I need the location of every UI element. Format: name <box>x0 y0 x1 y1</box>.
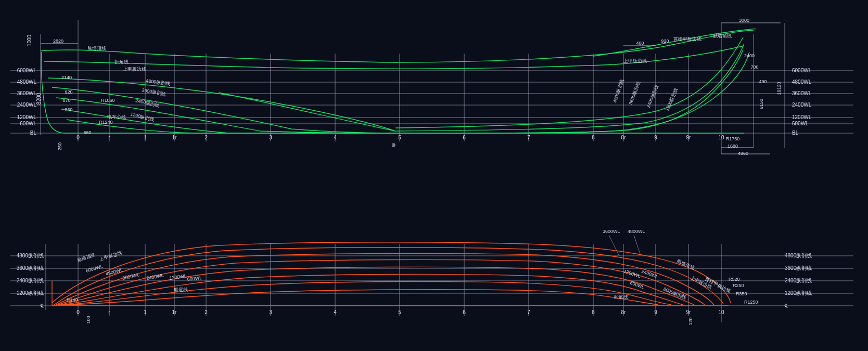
svg-text:1: 1 <box>144 309 147 315</box>
svg-text:r: r <box>108 309 110 315</box>
svg-text:250: 250 <box>57 142 62 150</box>
svg-text:9: 9 <box>654 135 657 140</box>
upper-aft-dims: 2820 2140 920 870 860 560 250 R1060 R124… <box>41 38 115 150</box>
svg-text:860: 860 <box>65 107 72 112</box>
svg-text:2: 2 <box>205 135 208 140</box>
svg-text:上甲板边线: 上甲板边线 <box>123 67 146 72</box>
svg-text:1200纵剖线: 1200纵剖线 <box>665 87 679 112</box>
svg-text:560: 560 <box>83 130 91 135</box>
svg-text:3: 3 <box>269 135 272 140</box>
svg-text:折角线: 折角线 <box>114 59 129 64</box>
svg-text:R1240: R1240 <box>99 120 113 125</box>
svg-text:3000: 3000 <box>739 18 749 23</box>
svg-text:2400纵剖线: 2400纵剖线 <box>646 84 660 108</box>
svg-text:4800纵剖线: 4800纵剖线 <box>17 253 44 258</box>
svg-text:舷墙顶线: 舷墙顶线 <box>76 252 96 263</box>
svg-text:3600WL: 3600WL <box>603 229 620 234</box>
svg-text:7: 7 <box>527 135 530 140</box>
svg-text:℄: ℄ <box>40 303 44 308</box>
svg-text:⊗: ⊗ <box>391 142 395 148</box>
svg-text:首楼甲板边线: 首楼甲板边线 <box>673 36 701 42</box>
svg-text:8r: 8r <box>621 309 627 315</box>
svg-text:R1060: R1060 <box>101 98 115 103</box>
svg-text:9r: 9r <box>686 309 692 315</box>
svg-text:舷墙顶线: 舷墙顶线 <box>713 33 732 38</box>
svg-text:8: 8 <box>592 309 595 315</box>
svg-text:6: 6 <box>463 135 466 140</box>
svg-text:6000WL: 6000WL <box>85 264 104 274</box>
svg-text:5: 5 <box>398 135 401 140</box>
svg-text:120: 120 <box>688 317 693 325</box>
svg-text:6000WL: 6000WL <box>17 68 37 73</box>
svg-text:5: 5 <box>398 309 401 315</box>
svg-line-166 <box>634 235 640 254</box>
upper-left-labels: 6000WL 4800WL 3600WL 2400WL 1200WL 600WL… <box>17 34 42 136</box>
svg-text:4860: 4860 <box>738 151 748 156</box>
svg-text:电车心线: 电车心线 <box>107 114 126 120</box>
svg-text:R140: R140 <box>67 297 78 303</box>
cad-drawing: 6000WL 4800WL 3600WL 2400WL 1200WL 600WL… <box>0 0 868 351</box>
svg-text:3600纵剖线: 3600纵剖线 <box>785 265 812 271</box>
svg-text:R520: R520 <box>729 277 740 282</box>
svg-text:2400WL: 2400WL <box>146 272 164 281</box>
svg-text:r: r <box>108 135 110 140</box>
svg-text:2400纵剖线: 2400纵剖线 <box>785 278 812 283</box>
svg-text:1200WL: 1200WL <box>169 273 187 281</box>
svg-text:10120: 10120 <box>776 82 782 95</box>
svg-text:4800WL: 4800WL <box>105 267 123 277</box>
lower-station-grid <box>46 244 721 322</box>
svg-line-165 <box>609 235 619 256</box>
svg-text:2820: 2820 <box>53 38 63 44</box>
svg-text:0: 0 <box>76 135 80 140</box>
svg-text:8r: 8r <box>621 135 627 140</box>
upper-line-labels: 舷墙顶线 折角线 上甲板边线 4800纵剖线 3600纵剖线 2400纵剖线 1… <box>87 33 732 122</box>
svg-text:1200WL: 1200WL <box>792 114 812 120</box>
svg-text:1: 1 <box>144 135 147 140</box>
svg-text:R1250: R1250 <box>744 300 758 305</box>
lower-left-labels: 4800纵剖线 3600纵剖线 2400纵剖线 1200纵剖线 ℄ <box>17 253 44 308</box>
svg-text:℄: ℄ <box>784 303 788 308</box>
svg-text:2400纵剖线: 2400纵剖线 <box>135 98 160 108</box>
svg-text:9r: 9r <box>686 135 692 140</box>
svg-text:600WL: 600WL <box>792 121 809 126</box>
svg-text:3600WL: 3600WL <box>792 90 812 96</box>
svg-text:10: 10 <box>718 135 724 140</box>
svg-text:4800纵剖线: 4800纵剖线 <box>785 253 812 258</box>
svg-text:4: 4 <box>334 135 337 140</box>
svg-text:2400: 2400 <box>744 53 755 58</box>
svg-text:3600WL: 3600WL <box>122 272 140 281</box>
lower-view: 4800纵剖线 3600纵剖线 2400纵剖线 1200纵剖线 ℄ 4800纵剖… <box>10 229 853 326</box>
svg-text:4: 4 <box>334 309 337 315</box>
svg-text:2400WL: 2400WL <box>17 102 37 108</box>
svg-text:6: 6 <box>463 309 466 315</box>
svg-text:0: 0 <box>76 309 80 315</box>
svg-text:920: 920 <box>661 38 669 44</box>
svg-text:1200纵剖线: 1200纵剖线 <box>785 290 812 296</box>
svg-text:BL: BL <box>30 130 37 136</box>
upper-station-labels: 0 r 1 1r 2 3 4 ⊗ 5 6 7 8 8r 9 9r 10 <box>76 135 724 148</box>
svg-text:上甲板边线: 上甲板边线 <box>623 58 647 63</box>
svg-text:2: 2 <box>205 309 208 315</box>
svg-text:3: 3 <box>269 309 272 315</box>
svg-text:6150: 6150 <box>759 99 764 109</box>
svg-text:R1750: R1750 <box>726 136 740 141</box>
svg-text:100: 100 <box>86 316 91 323</box>
svg-text:400: 400 <box>636 41 644 46</box>
svg-text:1680: 1680 <box>727 144 738 149</box>
svg-text:870: 870 <box>62 98 70 103</box>
svg-text:2140: 2140 <box>61 75 72 80</box>
svg-text:9: 9 <box>654 309 657 315</box>
svg-text:1200WL: 1200WL <box>623 268 641 279</box>
svg-text:R250: R250 <box>733 283 744 288</box>
svg-text:1r: 1r <box>172 309 177 315</box>
lower-long-grid <box>10 256 853 306</box>
svg-text:R350: R350 <box>736 291 747 296</box>
svg-text:6000WL: 6000WL <box>792 68 812 73</box>
svg-text:700: 700 <box>750 64 758 70</box>
svg-text:1200纵剖线: 1200纵剖线 <box>17 290 44 296</box>
svg-text:1000: 1000 <box>27 34 32 46</box>
svg-text:490: 490 <box>759 79 767 84</box>
svg-text:8: 8 <box>592 135 595 140</box>
upper-view: 6000WL 4800WL 3600WL 2400WL 1200WL 600WL… <box>10 18 853 156</box>
svg-text:上甲板边线: 上甲板边线 <box>99 250 123 262</box>
